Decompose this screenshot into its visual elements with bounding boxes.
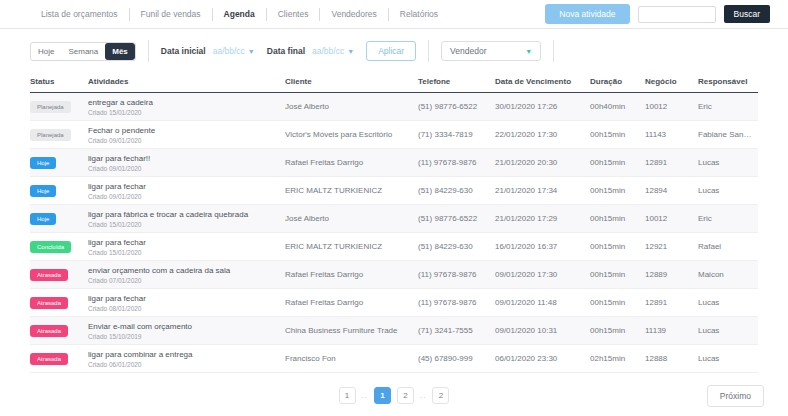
tab-agenda[interactable]: Agenda (213, 8, 267, 21)
owner-cell: Fabiane Santos (698, 130, 758, 139)
due-cell: 09/01/2020 17:30 (495, 270, 590, 279)
activity-title: Fechar o pendente (88, 126, 279, 135)
owner-cell: Lucas (698, 354, 758, 363)
search-button[interactable]: Buscar (724, 5, 770, 23)
vendor-select[interactable]: Vendedor ▼ (441, 41, 541, 61)
period-option-semana[interactable]: Semana (61, 43, 105, 60)
status-badge: Planejada (30, 129, 71, 141)
phone-cell: (45) 67890-999 (418, 354, 495, 363)
period-option-hoje[interactable]: Hoje (31, 43, 61, 60)
tab-vendedores[interactable]: Vendedores (320, 8, 388, 21)
search-input[interactable] (638, 6, 716, 23)
deal-cell: 12891 (645, 298, 698, 307)
header-duracao: Duração (590, 77, 645, 86)
tab-clientes[interactable]: Clientes (267, 8, 321, 21)
activity-title: ligar para fábrica e trocar a cadeira qu… (88, 210, 279, 219)
divider (148, 40, 149, 62)
deal-cell: 12888 (645, 354, 698, 363)
nav-tabs: Lista de orçamentos Funil de vendas Agen… (30, 0, 449, 28)
date-start-value: aa/bb/cc (213, 46, 245, 56)
client-cell: Francisco Fon (285, 354, 418, 363)
nav-actions: Nova atividade Buscar (545, 4, 788, 24)
table-row[interactable]: Atrasada Enviar e-mail com orçamentoCria… (30, 317, 758, 345)
due-cell: 21/01/2020 17:29 (495, 214, 590, 223)
activity-title: enviar orçamento com a cadeira da sala (88, 266, 279, 275)
header-telefone: Telefone (418, 77, 495, 86)
deal-cell: 11139 (645, 326, 698, 335)
status-badge: Atrasada (30, 269, 68, 281)
activity-title: ligar para fechar!! (88, 154, 279, 163)
filter-bar: Hoje Semana Mês Data inicial aa/bb/cc ▼ … (30, 39, 788, 63)
status-badge: Hoje (30, 157, 56, 169)
page-button-current[interactable]: 1 (374, 387, 391, 404)
status-badge: Hoje (30, 213, 56, 225)
chevron-down-icon: ▼ (347, 48, 354, 55)
top-navigation: Lista de orçamentos Funil de vendas Agen… (0, 0, 788, 29)
phone-cell: (11) 97678-9876 (418, 158, 495, 167)
table-row[interactable]: Concluída ligar para fecharCriado 15/01/… (30, 233, 758, 261)
vendor-select-value: Vendedor (450, 46, 486, 56)
table-row[interactable]: Atrasada ligar para fecharCriado 08/01/2… (30, 289, 758, 317)
chevron-down-icon: ▼ (525, 48, 532, 55)
deal-cell: 12921 (645, 242, 698, 251)
duration-cell: 00h15min (590, 242, 645, 251)
period-option-mes[interactable]: Mês (105, 43, 135, 60)
header-cliente: Cliente (285, 77, 418, 86)
table-row[interactable]: Atrasada enviar orçamento com a cadeira … (30, 261, 758, 289)
due-cell: 21/01/2020 17:34 (495, 186, 590, 195)
status-badge: Atrasada (30, 353, 68, 365)
activity-created: Criado 15/01/2020 (88, 221, 279, 228)
date-end-dropdown[interactable]: aa/bb/cc ▼ (312, 46, 354, 56)
phone-cell: (51) 98776-6522 (418, 102, 495, 111)
client-cell: José Alberto (285, 214, 418, 223)
date-end-label: Data final (267, 46, 305, 56)
duration-cell: 00h15min (590, 270, 645, 279)
activity-created: Criado 15/01/2020 (88, 249, 279, 256)
table-row[interactable]: Hoje ligar para fechar!!Criado 09/01/202… (30, 149, 758, 177)
new-activity-button[interactable]: Nova atividade (545, 4, 629, 24)
divider (553, 40, 554, 62)
activity-created: Criado 15/01/2020 (88, 109, 279, 116)
deal-cell: 12891 (645, 158, 698, 167)
owner-cell: Eric (698, 214, 758, 223)
tab-relatorios[interactable]: Relatórios (389, 8, 449, 21)
due-cell: 09/01/2020 10:31 (495, 326, 590, 335)
table-row[interactable]: Hoje ligar para fecharCriado 09/01/2020 … (30, 177, 758, 205)
date-start-label: Data inicial (161, 46, 206, 56)
header-atividades: Atividades (88, 77, 285, 86)
page-button-2[interactable]: 2 (397, 387, 414, 404)
client-cell: Rafael Freitas Darrigo (285, 158, 418, 167)
tab-funil-de-vendas[interactable]: Funil de vendas (130, 8, 213, 21)
owner-cell: Lucas (698, 326, 758, 335)
divider (428, 40, 429, 62)
duration-cell: 00h15min (590, 298, 645, 307)
client-cell: Rafael Freitas Darrigo (285, 270, 418, 279)
owner-cell: Eric (698, 102, 758, 111)
status-badge: Atrasada (30, 297, 68, 309)
due-cell: 21/01/2020 20:30 (495, 158, 590, 167)
date-start-dropdown[interactable]: aa/bb/cc ▼ (213, 46, 255, 56)
table-row[interactable]: Atrasada ligar para combinar a entregaCr… (30, 345, 758, 373)
date-end-value: aa/bb/cc (312, 46, 344, 56)
deal-cell: 10012 (645, 102, 698, 111)
duration-cell: 00h15min (590, 214, 645, 223)
duration-cell: 00h15min (590, 130, 645, 139)
page-button-last[interactable]: 2 (432, 387, 449, 404)
apply-button[interactable]: Aplicar (366, 41, 416, 61)
table-row[interactable]: Hoje ligar para fábrica e trocar a cadei… (30, 205, 758, 233)
table-row[interactable]: Planejada entregar a cadeiraCriado 15/01… (30, 93, 758, 121)
duration-cell: 00h15min (590, 158, 645, 167)
activity-title: ligar para fechar (88, 238, 279, 247)
phone-cell: (11) 97678-9876 (418, 298, 495, 307)
next-page-button[interactable]: Próximo (707, 385, 764, 407)
page-button-first[interactable]: 1 (339, 387, 356, 404)
activity-title: entregar a cadeira (88, 98, 279, 107)
tab-lista-de-orcamentos[interactable]: Lista de orçamentos (30, 8, 130, 21)
owner-cell: Lucas (698, 298, 758, 307)
phone-cell: (51) 84229-630 (418, 242, 495, 251)
activity-created: Criado 09/01/2020 (88, 165, 279, 172)
header-responsavel: Responsável (698, 77, 758, 86)
table-row[interactable]: Planejada Fechar o pendenteCriado 09/01/… (30, 121, 758, 149)
header-negocio: Negócio (645, 77, 698, 86)
owner-cell: Maicon (698, 270, 758, 279)
